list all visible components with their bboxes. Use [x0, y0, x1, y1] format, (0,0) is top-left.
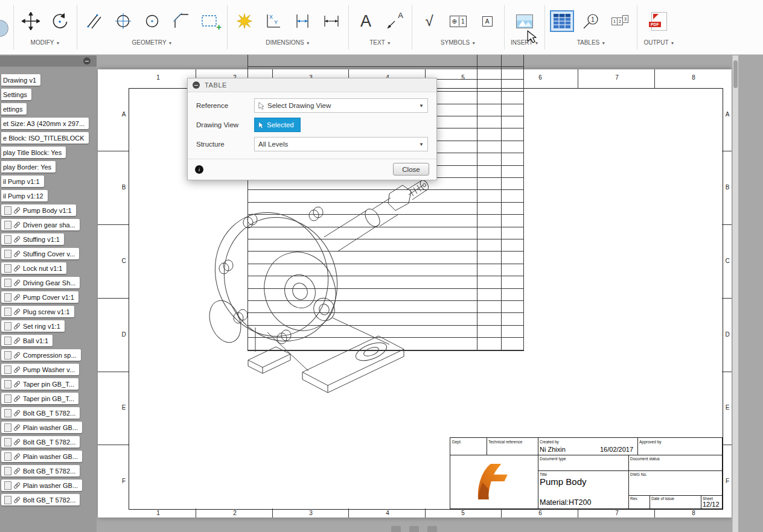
x-glyph: X: [269, 14, 273, 20]
component-icon: [4, 394, 11, 403]
orbit-icon[interactable]: [409, 526, 419, 532]
browser-item[interactable]: Plug screw v1:1: [1, 306, 74, 317]
caret-down-icon: ▼: [671, 41, 675, 45]
toolbar: MODIFY▼ + GEOMETRY▼: [0, 0, 763, 55]
table-tool-icon-active[interactable]: [551, 9, 573, 33]
insert-image-icon[interactable]: [514, 9, 535, 33]
browser-item[interactable]: Lock nut v1:1: [1, 262, 66, 274]
browser-item[interactable]: Bolt GB_T 5782...: [1, 465, 80, 477]
browser-item[interactable]: Driving Gear Sh...: [1, 277, 80, 288]
zone-label: 5: [459, 510, 467, 516]
sketch-rectangle-icon[interactable]: +: [199, 9, 221, 33]
title-label: Title: [540, 472, 547, 477]
browser-item[interactable]: Plain washer GB...: [1, 480, 82, 491]
move-icon[interactable]: [20, 9, 42, 33]
browser-item[interactable]: ettings: [1, 103, 27, 115]
browser-item[interactable]: Plain washer GB...: [1, 422, 82, 433]
browser-item[interactable]: Taper pin GB_T...: [1, 378, 78, 390]
autodesk-fusion-logo: [474, 462, 512, 501]
browser-item[interactable]: Drawing v1: [1, 74, 40, 86]
leader-text-icon[interactable]: A: [384, 9, 406, 33]
browser-item[interactable]: play Border: Yes: [1, 161, 56, 173]
text-menu[interactable]: TEXT▼: [369, 39, 391, 46]
component-icon: [4, 206, 11, 215]
link-icon: [11, 291, 22, 302]
browser-panel: Drawing v1 Settings ettings et Size: A3 …: [0, 55, 97, 532]
component-icon: [4, 337, 11, 345]
component-icon: [4, 409, 11, 417]
dialog-title: TABLE: [205, 81, 227, 89]
dimensions-menu[interactable]: DIMENSIONS▼: [266, 39, 310, 46]
toolbar-group-insert: INSERT▼: [506, 0, 543, 54]
titleblock-line: [538, 470, 722, 471]
datum-identifier-icon[interactable]: A: [476, 9, 498, 33]
browser-item[interactable]: Stuffing Cover v...: [1, 248, 79, 259]
browser-item[interactable]: Driven gear sha...: [1, 219, 80, 230]
caret-down-icon: ▼: [306, 41, 310, 45]
chamfer-icon[interactable]: [170, 9, 192, 33]
modify-menu[interactable]: MODIFY▼: [31, 39, 60, 46]
browser-item[interactable]: Bolt GB_T 5782...: [1, 494, 80, 505]
selected-button[interactable]: Selected: [254, 118, 301, 132]
browser-item[interactable]: il Pump v1:1: [1, 176, 44, 187]
browser-item[interactable]: e Block: ISO_TITLEBLOCK: [1, 132, 89, 144]
scrollbar-thumb[interactable]: [733, 60, 738, 88]
titleblock-line: [487, 438, 487, 455]
browser-item[interactable]: Pump Washer v...: [1, 364, 79, 375]
geometry-menu[interactable]: GEOMETRY▼: [132, 39, 173, 46]
text-icon[interactable]: A: [355, 9, 377, 33]
chevron-down-icon: ▼: [419, 142, 424, 147]
browser-item[interactable]: Pump Cover v1:1: [1, 291, 78, 303]
panel-collapse-icon[interactable]: [83, 57, 91, 65]
structure-dropdown[interactable]: All Levels ▼: [254, 137, 428, 151]
browser-item[interactable]: Set ring v1:1: [1, 320, 65, 332]
surface-texture-icon[interactable]: √: [418, 9, 440, 33]
tables-menu[interactable]: TABLES▼: [577, 39, 606, 46]
browser-item[interactable]: Settings: [1, 89, 31, 100]
feature-control-frame-icon[interactable]: ⊕1: [447, 9, 469, 33]
pan-icon[interactable]: [391, 526, 401, 532]
browser-item[interactable]: Plain washer GB...: [1, 451, 82, 462]
vertical-scrollbar[interactable]: [732, 55, 738, 532]
browser-item[interactable]: Pump Body v1:1: [1, 204, 76, 216]
browser-item[interactable]: et Size: A3 (420mm x 297...: [1, 118, 89, 129]
pump-isometric-view[interactable]: [190, 160, 435, 413]
browser-item[interactable]: Taper pin GB_T...: [1, 393, 78, 404]
zone-label: B: [724, 184, 731, 191]
close-button[interactable]: Close: [393, 163, 429, 176]
linear-dimension-icon[interactable]: [292, 9, 313, 33]
rotate-icon[interactable]: [49, 9, 71, 33]
browser-item[interactable]: il Pump v1:12: [1, 190, 48, 201]
component-icon: [4, 481, 11, 490]
browser-item-label: Lock nut v1:1: [23, 265, 62, 272]
dialog-collapse-icon[interactable]: [193, 81, 200, 89]
symbols-menu[interactable]: SYMBOLS▼: [441, 39, 476, 46]
browser-item[interactable]: Stuffing v1:1: [1, 233, 64, 245]
bend-table-icon[interactable]: 123: [609, 9, 631, 33]
balloon-icon[interactable]: 1: [580, 9, 602, 33]
table-dialog-header[interactable]: TABLE: [188, 78, 436, 92]
info-icon[interactable]: i: [195, 165, 203, 174]
clipped-toolbar-icon[interactable]: [0, 0, 12, 55]
browser-item[interactable]: Bolt GB_T 5782...: [1, 407, 80, 419]
zone-label: 6: [537, 510, 544, 516]
browser-item-label: Drawing v1: [3, 77, 36, 84]
output-pdf-icon[interactable]: PDF: [648, 9, 670, 33]
zoom-icon[interactable]: [427, 526, 437, 532]
balloon-number-glyph: 1: [592, 16, 595, 23]
link-icon: [11, 451, 22, 461]
output-menu[interactable]: OUTPUT▼: [643, 39, 674, 46]
auto-dimension-icon[interactable]: [234, 9, 255, 33]
center-circle-icon[interactable]: [112, 9, 134, 33]
ordinate-dimension-icon[interactable]: XY: [263, 9, 284, 33]
browser-item[interactable]: Bolt GB_T 5782...: [1, 436, 80, 448]
browser-item[interactable]: play Title Block: Yes: [1, 147, 66, 158]
circle-icon[interactable]: [141, 9, 163, 33]
browser-item[interactable]: Compression sp...: [1, 349, 81, 361]
baseline-dimension-icon[interactable]: [321, 9, 342, 33]
browser-item-label: Bolt GB_T 5782...: [23, 467, 75, 475]
offset-lines-icon[interactable]: [83, 9, 105, 33]
browser-item-label: Set ring v1:1: [23, 323, 60, 330]
browser-item[interactable]: Ball v1:1: [1, 335, 53, 346]
reference-dropdown[interactable]: Select Drawing View ▼: [254, 98, 428, 113]
